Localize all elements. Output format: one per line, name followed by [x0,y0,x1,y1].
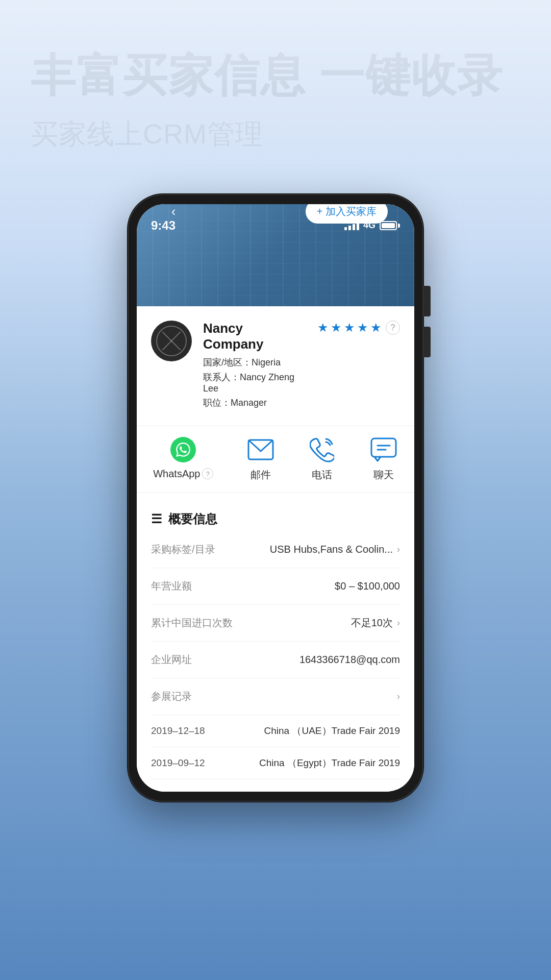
whatsapp-svg [176,443,190,457]
star-5: ★ [370,321,382,335]
trade-row-1: 2019–09–12 China （Egypt）Trade Fair 2019 [151,747,400,779]
overview-row-2[interactable]: 累计中国进口次数 不足10次 › [151,605,400,642]
overview-row-4[interactable]: 参展记录 › [151,678,400,715]
svg-rect-1 [371,438,396,457]
overview-section: ☰ 概要信息 采购标签/目录 USB Hubs,Fans & Coolin...… [137,499,414,792]
country-label: 国家/地区： [203,357,252,368]
action-bar: WhatsApp ? 邮件 [137,426,414,493]
trade-row-0: 2019–12–18 China （UAE）Trade Fair 2019 [151,715,400,747]
trade-date-0: 2019–12–18 [151,725,205,737]
company-contact: 联系人：Nancy Zheng Lee [203,371,306,394]
row-label-0: 采购标签/目录 [151,543,215,556]
row-label-2: 累计中国进口次数 [151,616,233,630]
company-name: Nancy Company [203,321,306,352]
star-rating: ★ ★ ★ ★ ★ [317,321,382,335]
row-value-2: 不足10次 › [351,616,400,630]
chevron-icon-4: › [397,691,400,702]
signal-bar-3 [353,224,355,230]
trade-name-0: China （UAE）Trade Fair 2019 [264,724,400,738]
phone-icon-wrap [308,436,336,463]
trade-date-1: 2019–09–12 [151,757,205,769]
email-icon-wrap [246,436,275,463]
whatsapp-icon [170,437,196,462]
overview-row-3: 企业网址 1643366718@qq.com [151,642,400,678]
volume-up-button[interactable] [423,286,431,316]
overview-row-0[interactable]: 采购标签/目录 USB Hubs,Fans & Coolin... › [151,531,400,568]
row-value-4: › [397,691,400,702]
row-value-1: $0 – $100,000 [335,580,400,592]
action-email[interactable]: 邮件 [246,436,275,482]
back-button[interactable]: ‹ [163,204,184,222]
row-label-4: 参展记录 [151,690,192,703]
row-value-0: USB Hubs,Fans & Coolin... › [270,544,400,555]
phone-mockup: 9:43 4G [128,194,423,802]
action-whatsapp[interactable]: WhatsApp ? [153,436,213,482]
overview-row-1: 年营业额 $0 – $100,000 [151,568,400,605]
header-image: 9:43 4G [137,204,414,306]
company-info: Nancy Company 国家/地区：Nigeria 联系人：Nancy Zh… [203,321,306,411]
avatar [151,321,192,361]
chat-icon [370,437,397,462]
whatsapp-label-wrap: WhatsApp ? [153,468,213,480]
action-phone[interactable]: 电话 [308,436,336,482]
phone-label: 电话 [312,468,332,482]
star-1: ★ [317,321,329,335]
whatsapp-help-icon[interactable]: ? [202,468,213,479]
rating-area: ★ ★ ★ ★ ★ ? [317,321,400,335]
add-buyer-label: + 加入买家库 [317,205,377,218]
company-position: 职位：Manager [203,397,306,409]
row-label-3: 企业网址 [151,653,192,667]
position-label: 职位： [203,398,231,408]
whatsapp-label: WhatsApp [153,468,200,480]
company-country: 国家/地区：Nigeria [203,356,306,369]
email-label: 邮件 [251,468,271,482]
star-2: ★ [331,321,342,335]
row-label-1: 年营业额 [151,579,192,593]
action-chat[interactable]: 聊天 [369,436,398,482]
star-3: ★ [344,321,355,335]
chat-label: 聊天 [373,468,394,482]
rating-help-icon[interactable]: ? [386,321,400,335]
trade-name-1: China （Egypt）Trade Fair 2019 [259,756,400,770]
overview-title: ☰ 概要信息 [151,511,400,527]
position-value: Manager [231,398,267,408]
signal-bar-1 [344,227,347,230]
volume-down-button[interactable] [423,327,431,357]
chevron-icon-0: › [397,544,400,555]
phone-icon [310,437,334,462]
chat-icon-wrap [369,436,398,463]
phone-nav: ‹ + 加入买家库 [151,204,400,224]
signal-bar-2 [348,226,351,230]
contact-label: 联系人： [203,372,240,382]
overview-icon: ☰ [151,512,162,526]
company-card: Nancy Company 国家/地区：Nigeria 联系人：Nancy Zh… [137,306,414,426]
whatsapp-icon-wrap [169,436,197,463]
row-value-3: 1643366718@qq.com [299,654,400,666]
phone-screen: 9:43 4G [137,204,414,792]
email-icon [247,439,274,460]
chevron-icon-2: › [397,618,400,628]
overview-title-text: 概要信息 [168,511,217,527]
country-value: Nigeria [252,357,281,368]
add-buyer-button[interactable]: + 加入买家库 [306,204,388,224]
star-4: ★ [357,321,368,335]
